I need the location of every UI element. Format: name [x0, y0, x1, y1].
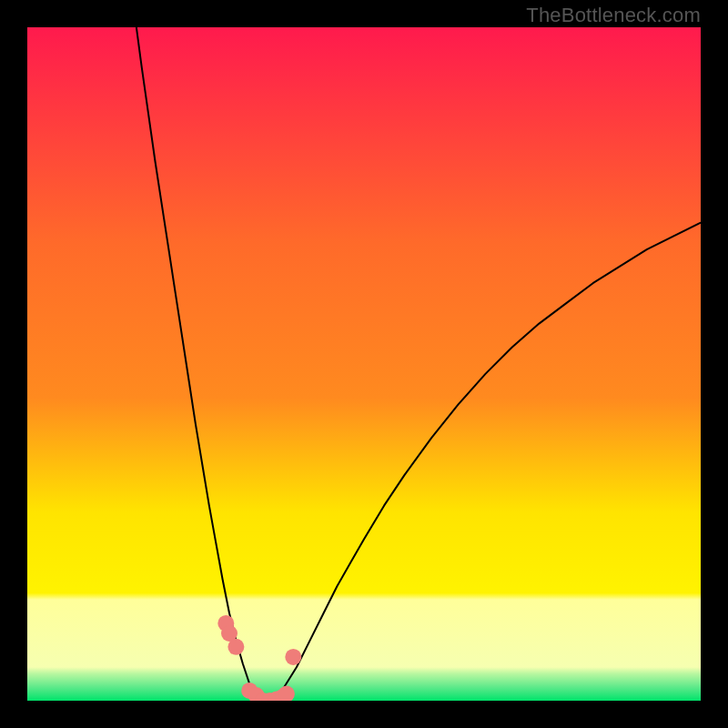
chart-canvas	[27, 27, 701, 701]
watermark-text: TheBottleneck.com	[526, 4, 701, 27]
gradient-background	[27, 27, 701, 701]
dot-highlight-dots	[228, 639, 244, 655]
plot-area	[27, 27, 701, 701]
dot-highlight-dots	[285, 649, 301, 665]
chart-frame: TheBottleneck.com	[0, 0, 728, 728]
